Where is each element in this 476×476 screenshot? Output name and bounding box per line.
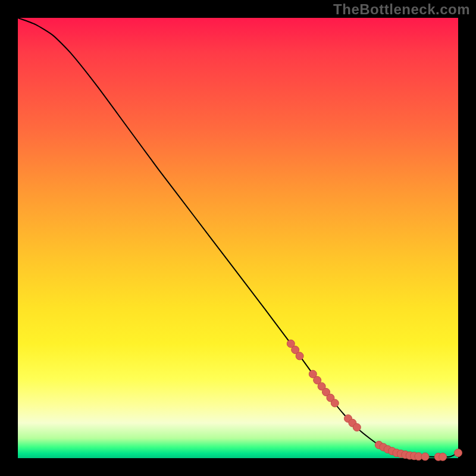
curve-marker (421, 453, 429, 461)
curve-marker (455, 449, 462, 457)
plot-area (18, 18, 458, 458)
bottleneck-curve (18, 18, 458, 457)
chart-stage: TheBottleneck.com (0, 0, 476, 476)
curve-marker (331, 399, 339, 407)
curve-marker (353, 424, 361, 431)
watermark-text: TheBottleneck.com (333, 1, 470, 18)
curve-marker (296, 352, 303, 360)
curve-marker (439, 453, 447, 461)
chart-svg (18, 18, 458, 458)
